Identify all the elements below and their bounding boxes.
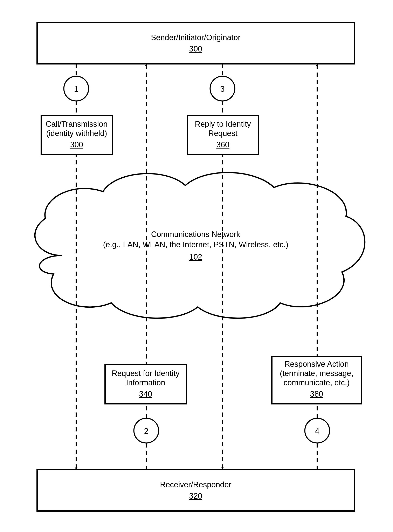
network-label-line2: (e.g., LAN, WLAN, the Internet, PSTN, Wi… bbox=[103, 240, 288, 249]
sender-label: Sender/Initiator/Originator bbox=[151, 33, 240, 42]
svg-rect-1 bbox=[37, 470, 354, 511]
msg4-line1: Responsive Action bbox=[285, 360, 349, 368]
network-label-line1: Communications Network bbox=[151, 230, 241, 239]
msg2-ref: 340 bbox=[139, 390, 152, 398]
msg-3-box: Reply to Identity Request 360 bbox=[187, 115, 259, 154]
msg4-line3: communicate, etc.) bbox=[284, 378, 350, 387]
msg3-ref: 360 bbox=[216, 140, 229, 149]
step-4-label: 4 bbox=[315, 427, 319, 435]
diagram-canvas: Sender/Initiator/Originator 300 Receiver… bbox=[0, 0, 393, 532]
msg1-ref: 300 bbox=[70, 140, 83, 149]
msg2-line2: Information bbox=[126, 378, 165, 387]
msg4-ref: 380 bbox=[310, 390, 323, 398]
step-4-circle: 4 bbox=[305, 418, 329, 443]
sender-ref: 300 bbox=[189, 44, 202, 53]
msg1-line1: Call/Transmission bbox=[46, 120, 108, 128]
step-1-label: 1 bbox=[74, 85, 78, 93]
msg-1-box: Call/Transmission (identity withheld) 30… bbox=[41, 115, 112, 154]
msg-2-box: Request for Identity Information 340 bbox=[105, 365, 187, 404]
sender-box: Sender/Initiator/Originator 300 bbox=[37, 23, 354, 64]
step-3-label: 3 bbox=[220, 85, 225, 93]
step-2-circle: 2 bbox=[134, 418, 159, 443]
receiver-ref: 320 bbox=[189, 492, 202, 500]
network-ref: 102 bbox=[189, 253, 202, 261]
receiver-box: Receiver/Responder 320 bbox=[37, 470, 354, 511]
step-2-label: 2 bbox=[144, 427, 148, 435]
msg-4-box: Responsive Action (terminate, message, c… bbox=[272, 356, 362, 404]
msg4-line2: (terminate, message, bbox=[280, 369, 354, 378]
receiver-label: Receiver/Responder bbox=[160, 480, 231, 489]
step-1-circle: 1 bbox=[64, 76, 88, 101]
msg3-line2: Request bbox=[208, 129, 237, 138]
network-cloud: Communications Network (e.g., LAN, WLAN,… bbox=[35, 172, 365, 318]
msg3-line1: Reply to Identity bbox=[195, 120, 251, 128]
step-3-circle: 3 bbox=[210, 76, 235, 101]
msg1-line2: (identity withheld) bbox=[46, 129, 107, 138]
svg-rect-0 bbox=[37, 23, 354, 64]
msg2-line1: Request for Identity bbox=[112, 369, 180, 378]
